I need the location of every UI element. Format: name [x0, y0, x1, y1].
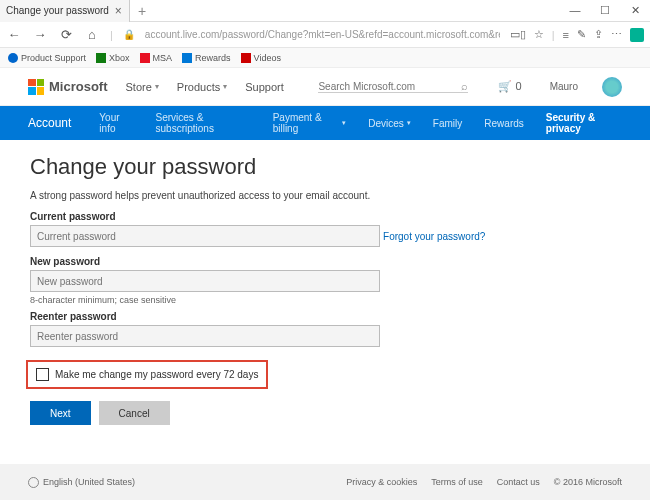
cart-button[interactable]: 🛒 0 [498, 80, 521, 93]
footer-privacy[interactable]: Privacy & cookies [346, 477, 417, 487]
search-input[interactable] [318, 81, 461, 92]
page: Microsoft Store▾ Products▾ Support ⌕ 🛒 0… [0, 68, 650, 439]
site-header: Microsoft Store▾ Products▾ Support ⌕ 🛒 0… [0, 68, 650, 106]
fav-rewards[interactable]: Rewards [182, 53, 231, 63]
page-subtitle: A strong password helps prevent unauthor… [30, 190, 620, 201]
language-selector[interactable]: English (United States) [28, 477, 135, 488]
reenter-password-label: Reenter password [30, 311, 620, 322]
nav-devices[interactable]: Devices▾ [368, 118, 411, 129]
next-button[interactable]: Next [30, 401, 91, 425]
chevron-down-icon: ▾ [223, 82, 227, 91]
globe-icon [28, 477, 39, 488]
page-title: Change your password [30, 154, 620, 180]
fav-msa[interactable]: MSA [140, 53, 173, 63]
footer-terms[interactable]: Terms of use [431, 477, 483, 487]
user-name[interactable]: Mauro [550, 81, 578, 92]
periodic-change-row: Make me change my password every 72 days [26, 360, 268, 389]
new-password-label: New password [30, 256, 620, 267]
chevron-down-icon: ▾ [407, 119, 411, 127]
footer-contact[interactable]: Contact us [497, 477, 540, 487]
fav-product-support[interactable]: Product Support [8, 53, 86, 63]
menu-support[interactable]: Support [245, 81, 284, 93]
refresh-icon[interactable]: ⟳ [58, 27, 74, 42]
nav-your-info[interactable]: Your info [99, 112, 133, 134]
forward-icon[interactable]: → [32, 27, 48, 42]
browser-tab[interactable]: Change your password × [0, 0, 130, 22]
window-controls: — ☐ ✕ [560, 4, 650, 17]
menu-products[interactable]: Products▾ [177, 81, 227, 93]
new-tab-button[interactable]: + [130, 3, 154, 19]
toolbar-icons: ▭▯ ☆ | ≡ ✎ ⇪ ⋯ [510, 28, 644, 42]
favorite-icon[interactable]: ☆ [534, 28, 544, 41]
nav-rewards[interactable]: Rewards [484, 118, 523, 129]
new-password-input[interactable] [30, 270, 380, 292]
nav-security-privacy[interactable]: Security & privacy [546, 112, 622, 134]
maximize-icon[interactable]: ☐ [590, 4, 620, 17]
logo-text: Microsoft [49, 79, 108, 94]
notes-icon[interactable]: ✎ [577, 28, 586, 41]
periodic-change-label: Make me change my password every 72 days [55, 369, 258, 380]
chevron-down-icon: ▾ [155, 82, 159, 91]
current-password-input[interactable] [30, 225, 380, 247]
tab-title: Change your password [6, 5, 109, 16]
nav-services[interactable]: Services & subscriptions [156, 112, 251, 134]
account-nav: Account Your info Services & subscriptio… [0, 106, 650, 140]
browser-titlebar: Change your password × + — ☐ ✕ [0, 0, 650, 22]
search-box[interactable]: ⌕ [318, 80, 468, 93]
url-text[interactable]: account.live.com/password/Change?mkt=en-… [145, 29, 500, 40]
avatar[interactable] [602, 77, 622, 97]
menu-store[interactable]: Store▾ [126, 81, 159, 93]
more-icon[interactable]: ⋯ [611, 28, 622, 41]
nav-family[interactable]: Family [433, 118, 462, 129]
periodic-change-checkbox[interactable] [36, 368, 49, 381]
hub-icon[interactable]: ≡ [563, 29, 569, 41]
back-icon[interactable]: ← [6, 27, 22, 42]
main-content: Change your password A strong password h… [0, 140, 650, 439]
forgot-password-link[interactable]: Forgot your password? [383, 231, 485, 242]
nav-account[interactable]: Account [28, 116, 71, 130]
cancel-button[interactable]: Cancel [99, 401, 170, 425]
share-icon[interactable]: ⇪ [594, 28, 603, 41]
home-icon[interactable]: ⌂ [84, 27, 100, 42]
search-icon[interactable]: ⌕ [461, 80, 468, 92]
close-window-icon[interactable]: ✕ [620, 4, 650, 17]
favorites-bar: Product Support Xbox MSA Rewards Videos [0, 48, 650, 68]
fav-xbox[interactable]: Xbox [96, 53, 130, 63]
site-footer: English (United States) Privacy & cookie… [0, 464, 650, 500]
lock-icon: 🔒 [123, 29, 135, 40]
reading-view-icon[interactable]: ▭▯ [510, 28, 526, 41]
reenter-password-input[interactable] [30, 325, 380, 347]
footer-copyright: © 2016 Microsoft [554, 477, 622, 487]
fav-videos[interactable]: Videos [241, 53, 281, 63]
extension-icon[interactable] [630, 28, 644, 42]
nav-payment[interactable]: Payment & billing▾ [273, 112, 347, 134]
current-password-label: Current password [30, 211, 620, 222]
minimize-icon[interactable]: — [560, 4, 590, 17]
password-hint: 8-character minimum; case sensitive [30, 295, 620, 305]
address-bar: ← → ⟳ ⌂ | 🔒 account.live.com/password/Ch… [0, 22, 650, 48]
tab-close-icon[interactable]: × [115, 4, 122, 18]
logo-icon [28, 79, 44, 95]
chevron-down-icon: ▾ [342, 119, 346, 127]
microsoft-logo[interactable]: Microsoft [28, 79, 108, 95]
